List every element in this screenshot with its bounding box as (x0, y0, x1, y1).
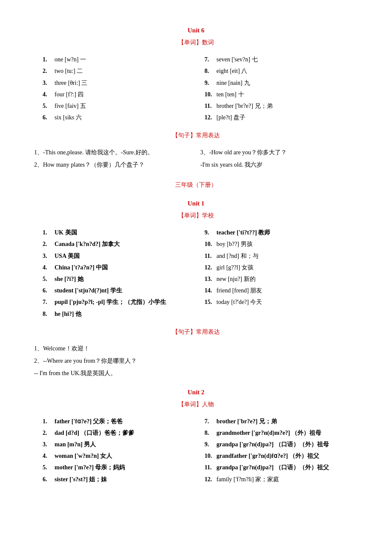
unit2-title: Unit 2 (26, 387, 366, 398)
unit2-words-grid: 1.father ['fɑ?e?] 父亲；爸爸 2.dad [d?d] （口语）… (43, 416, 358, 485)
sentence: 2、--Where are you from？你是哪里人？ (34, 356, 358, 366)
word-item: 2.two [tu:] 二 (43, 65, 196, 77)
unit1-words-left: 1.UK 美国 2.Canada ['k?n?d?] 加拿大 3.USA 美国 … (43, 227, 196, 320)
word-item: 5.mother ['m?e?] 母亲；妈妈 (43, 462, 196, 473)
word-item: 10.boy [b??] 男孩 (205, 238, 358, 250)
sentence: -I'm six years old. 我六岁 (200, 159, 358, 170)
word-item: 12.[ple?t] 盘子 (205, 112, 358, 123)
word-item: 3.man [m?n] 男人 (43, 439, 196, 450)
word-item: 14.friend [frend] 朋友 (205, 285, 358, 296)
unit1-words-grid: 1.UK 美国 2.Canada ['k?n?d?] 加拿大 3.USA 美国 … (43, 227, 358, 320)
word-item: 15.today [t?'de?] 今天 (205, 296, 358, 308)
word-item: 8.grandmother ['gr?n(d)m?e?] （外）祖母 (205, 427, 358, 439)
word-item: 3.USA 美国 (43, 250, 196, 262)
unit2-words-left: 1.father ['fɑ?e?] 父亲；爸爸 2.dad [d?d] （口语）… (43, 416, 196, 485)
word-item: 11.grandpa ['gr?n(d)pa?] （口语）（外）祖父 (205, 462, 358, 473)
unit1-words-right: 9.teacher ['ti?t??] 教师 10.boy [b??] 男孩 1… (205, 227, 358, 320)
word-item: 7.brother ['br?e?] 兄；弟 (205, 416, 358, 427)
word-item: 2.dad [d?d] （口语）爸爸；爹爹 (43, 427, 196, 439)
word-item: 7.pupil ['pju?p?l; -pl] 学生；（尤指）小学生 (43, 296, 196, 308)
word-item: 12.family ['f?m?li] 家；家庭 (205, 474, 358, 485)
word-item: 1.one [w?n] 一 (43, 54, 196, 65)
sentence: 2、How many plates？（你要）几个盘子？ (34, 159, 192, 170)
word-item: 6.sister ['s?st?] 姐；妹 (43, 474, 196, 485)
word-item: 4.four [f?:] 四 (43, 89, 196, 100)
word-item: 6.six [siks 六 (43, 112, 196, 123)
sentence: 3、-How old are you？你多大了？ (200, 147, 358, 158)
unit6-sentences-right: 3、-How old are you？你多大了？ -I'm six years … (200, 147, 358, 172)
word-item: 9.teacher ['ti?t??] 教师 (205, 227, 358, 238)
word-item: 8.he [hi?] 他 (43, 308, 196, 320)
word-item: 11.and [?nd] 和；与 (205, 250, 358, 262)
word-item: 8.eight [eit] 八 (205, 65, 358, 77)
word-item: 2.Canada ['k?n?d?] 加拿大 (43, 238, 196, 250)
word-item: 13.new [nju?] 新的 (205, 273, 358, 285)
unit6-sentences-left: 1、-This one,please. 请给我这个。-Sure.好的。 2、Ho… (34, 147, 192, 172)
sentence: 1、Welcome！欢迎！ (34, 343, 358, 354)
unit6-words-grid: 1.one [w?n] 一 2.two [tu:] 二 3.three [θri… (43, 54, 358, 123)
word-item: 5.she [?i?] 她 (43, 273, 196, 285)
word-item: 12.girl [g??l] 女孩 (205, 262, 358, 273)
grade-title: 三年级（下册） (26, 179, 366, 190)
word-item: 9.grandpa ['gr?n(d)pa?] （口语）（外）祖母 (205, 439, 358, 450)
word-item: 9.nine [nain] 九 (205, 77, 358, 89)
unit1-subtitle: 【单词】学校 (26, 210, 366, 221)
unit2-subtitle: 【单词】人物 (26, 399, 366, 410)
unit6-title: Unit 6 (26, 25, 366, 36)
sentence: -- I'm from the UK.我是英国人。 (34, 368, 358, 379)
word-item: 3.three [θri:] 三 (43, 77, 196, 89)
word-item: 10.grandfather ['gr?n(d)fɑ?e?] （外）祖父 (205, 450, 358, 462)
word-item: 11.brother ['br?e?] 兄；弟 (205, 100, 358, 112)
unit6-words-left: 1.one [w?n] 一 2.two [tu:] 二 3.three [θri… (43, 54, 196, 123)
word-item: 7.seven ['sev?n] 七 (205, 54, 358, 65)
unit1-sentences-title: 【句子】常用表达 (26, 327, 366, 337)
unit6-words-right: 7.seven ['sev?n] 七 8.eight [eit] 八 9.nin… (205, 54, 358, 123)
word-item: 4.China ['t?a?n?] 中国 (43, 262, 196, 273)
unit2-words-right: 7.brother ['br?e?] 兄；弟 8.grandmother ['g… (205, 416, 358, 485)
word-item: 6.student ['stju?d(?)nt] 学生 (43, 285, 196, 296)
unit6-sentences-title: 【句子】常用表达 (26, 130, 366, 141)
word-item: 10.ten [ten] 十 (205, 89, 358, 100)
sentence: 1、-This one,please. 请给我这个。-Sure.好的。 (34, 147, 192, 158)
word-item: 5.five [faiv] 五 (43, 100, 196, 112)
unit1-title: Unit 1 (26, 198, 366, 209)
word-item: 1.UK 美国 (43, 227, 196, 238)
unit6-subtitle: 【单词】数词 (26, 37, 366, 48)
unit6-sentences: 1、-This one,please. 请给我这个。-Sure.好的。 2、Ho… (34, 147, 358, 172)
word-item: 1.father ['fɑ?e?] 父亲；爸爸 (43, 416, 196, 427)
unit1-sentences: 1、Welcome！欢迎！ 2、--Where are you from？你是哪… (34, 343, 358, 379)
word-item: 4.woman ['w?m?n] 女人 (43, 450, 196, 462)
